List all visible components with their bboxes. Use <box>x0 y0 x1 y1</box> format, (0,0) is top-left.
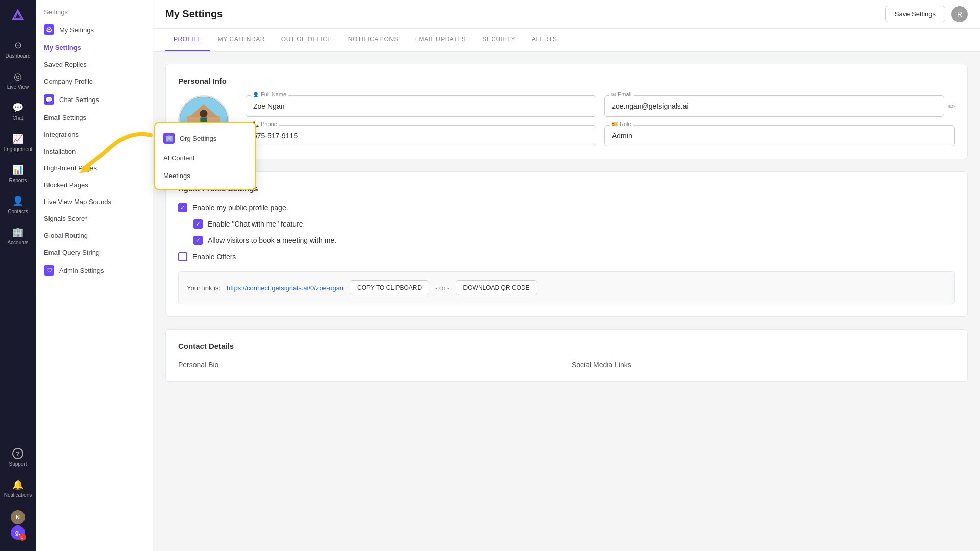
topbar-actions: Save Settings R <box>885 6 968 22</box>
personal-info-layout: 👤 Full Name ✉ Email ✏ <box>178 95 955 146</box>
full-name-label: 👤 Full Name <box>251 91 288 97</box>
notifications-icon: 🔔 <box>12 479 23 490</box>
sidebar-item-engagement[interactable]: 📈 Engagement <box>0 128 36 157</box>
org-settings-dropdown: 🏢 Org Settings AI Content Meetings <box>154 122 256 190</box>
dropdown-item-meetings[interactable]: Meetings <box>155 167 255 185</box>
checkbox-enable-offers-box[interactable] <box>178 252 187 261</box>
my-settings-icon: ⚙ <box>44 24 54 35</box>
checkbox-group: ✓ Enable my public profile page. ✓ Enabl… <box>178 203 955 261</box>
role-label: 🎫 Role <box>609 121 633 127</box>
checkbox-chat-with-me-box[interactable]: ✓ <box>193 219 203 229</box>
tab-profile[interactable]: PROFILE <box>165 29 210 51</box>
sidebar-item-admin-settings[interactable]: 🛡 Admin Settings <box>36 261 153 280</box>
phone-input[interactable] <box>246 125 596 146</box>
sidebar-item-live-view-map-sounds[interactable]: Live View Map Sounds <box>36 193 153 210</box>
personal-info-title: Personal Info <box>178 77 955 85</box>
dashboard-icon: ⊙ <box>14 40 22 51</box>
contact-details-title: Contact Details <box>178 342 955 350</box>
sidebar-item-dashboard[interactable]: ⊙ Dashboard <box>0 35 36 64</box>
checkbox-book-meeting[interactable]: ✓ Allow visitors to book a meeting with … <box>178 236 955 245</box>
sidebar-item-chat[interactable]: 💬 Chat <box>0 97 36 126</box>
icon-navigation: ⊙ Dashboard ◎ Live View 💬 Chat 📈 Engagem… <box>0 0 36 551</box>
checkbox-public-profile[interactable]: ✓ Enable my public profile page. <box>178 203 955 212</box>
personal-info-card: Personal Info <box>165 64 968 159</box>
copy-to-clipboard-button[interactable]: COPY TO CLIPBOARD <box>350 280 429 295</box>
contact-details-grid: Personal Bio Social Media Links <box>178 361 955 369</box>
sidebar-item-my-settings-header[interactable]: ⚙ My Settings <box>36 20 153 39</box>
sidebar-item-company-profile[interactable]: Company Profile <box>36 73 153 90</box>
tab-notifications[interactable]: NOTIFICATIONS <box>340 29 406 51</box>
tab-my-calendar[interactable]: MY CALENDAR <box>210 29 273 51</box>
role-field-group: 🎫 Role <box>604 125 955 146</box>
social-media-links-label: Social Media Links <box>572 361 955 369</box>
edit-email-button[interactable]: ✏ <box>948 102 955 111</box>
checkbox-public-profile-box[interactable]: ✓ <box>178 203 187 212</box>
sidebar-item-email-settings[interactable]: Email Settings <box>36 109 153 126</box>
personal-bio-label: Personal Bio <box>178 361 561 369</box>
svg-point-6 <box>200 110 207 117</box>
g-badge-container: g. 3 <box>11 525 25 540</box>
full-name-field-group: 👤 Full Name <box>246 95 596 117</box>
email-input[interactable] <box>604 95 944 117</box>
checkbox-chat-with-me[interactable]: ✓ Enable "Chat with me" feature. <box>178 219 955 229</box>
sidebar-item-live-view[interactable]: ◎ Live View <box>0 66 36 95</box>
sidebar-item-saved-replies[interactable]: Saved Replies <box>36 56 153 73</box>
sidebar-item-reports[interactable]: 📊 Reports <box>0 159 36 188</box>
org-settings-menu-icon: 🏢 <box>163 133 175 144</box>
sidebar-item-my-settings[interactable]: My Settings <box>36 39 153 56</box>
full-name-input[interactable] <box>246 95 596 117</box>
settings-sidebar: Settings ⚙ My Settings My Settings Saved… <box>36 0 153 551</box>
admin-settings-icon: 🛡 <box>44 265 54 276</box>
or-separator: - or - <box>435 284 449 292</box>
sidebar-item-high-intent-pages[interactable]: High-Intent Pages <box>36 160 153 177</box>
checkbox-book-meeting-box[interactable]: ✓ <box>193 236 203 245</box>
tab-alerts[interactable]: ALERTS <box>524 29 565 51</box>
logo[interactable] <box>9 6 27 24</box>
checkbox-enable-offers[interactable]: Enable Offers <box>178 252 955 261</box>
sidebar-item-signals-score[interactable]: Signals Score* <box>36 210 153 227</box>
role-input[interactable] <box>604 125 955 146</box>
engagement-icon: 📈 <box>12 133 23 144</box>
profile-link-url[interactable]: https://connect.getsignals.ai/0/zoe-ngan <box>227 284 344 292</box>
notification-badge: 3 <box>19 534 26 541</box>
profile-link-row: Your link is: https://connect.getsignals… <box>178 271 955 304</box>
support-icon: ? <box>12 448 23 459</box>
tabs-bar: PROFILE MY CALENDAR OUT OF OFFICE NOTIFI… <box>153 29 980 52</box>
link-label: Your link is: <box>187 284 220 292</box>
personal-bio-col: Personal Bio <box>178 361 561 369</box>
sidebar-item-blocked-pages[interactable]: Blocked Pages <box>36 177 153 193</box>
icon-nav-bottom: ? Support 🔔 Notifications N g. 3 <box>0 443 36 545</box>
sidebar-item-chat-settings[interactable]: 💬 Chat Settings <box>36 90 153 109</box>
profile-fields-grid: 👤 Full Name ✉ Email ✏ <box>246 95 955 146</box>
content-area: Personal Info <box>153 52 980 551</box>
email-label: ✉ Email <box>609 91 634 97</box>
accounts-icon: 🏢 <box>12 227 23 238</box>
email-field-with-edit: ✏ <box>604 95 955 117</box>
sidebar-item-installation[interactable]: Installation <box>36 143 153 160</box>
user-profile-nav[interactable]: N g. 3 <box>0 505 36 545</box>
sidebar-item-support[interactable]: ? Support <box>0 443 36 472</box>
email-field-group: ✉ Email ✏ <box>604 95 955 117</box>
tab-out-of-office[interactable]: OUT OF OFFICE <box>273 29 340 51</box>
chat-icon: 💬 <box>12 102 23 113</box>
tab-email-updates[interactable]: EMAIL UPDATES <box>406 29 474 51</box>
sidebar-header-label: Settings <box>36 0 153 20</box>
topbar: My Settings Save Settings R <box>153 0 980 29</box>
sidebar-item-accounts[interactable]: 🏢 Accounts <box>0 221 36 251</box>
dropdown-item-org-settings[interactable]: 🏢 Org Settings <box>155 128 255 149</box>
main-content: My Settings Save Settings R PROFILE MY C… <box>153 0 980 551</box>
sidebar-item-integrations[interactable]: Integrations <box>36 126 153 143</box>
dropdown-item-ai-content[interactable]: AI Content <box>155 149 255 167</box>
agent-profile-settings-card: Agent Profile Settings ✓ Enable my publi… <box>165 171 968 317</box>
reports-icon: 📊 <box>12 164 23 176</box>
sidebar-item-contacts[interactable]: 👤 Contacts <box>0 190 36 219</box>
contacts-icon: 👤 <box>12 195 23 207</box>
save-settings-button[interactable]: Save Settings <box>885 6 945 22</box>
download-qr-code-button[interactable]: DOWNLOAD QR CODE <box>456 280 537 295</box>
sidebar-item-email-query-string[interactable]: Email Query String <box>36 244 153 261</box>
sidebar-item-notifications[interactable]: 🔔 Notifications <box>0 474 36 503</box>
sidebar-item-global-routing[interactable]: Global Routing <box>36 227 153 244</box>
user-avatar-small: N <box>11 510 25 524</box>
topbar-user-avatar[interactable]: R <box>951 6 968 22</box>
tab-security[interactable]: SECURITY <box>474 29 524 51</box>
